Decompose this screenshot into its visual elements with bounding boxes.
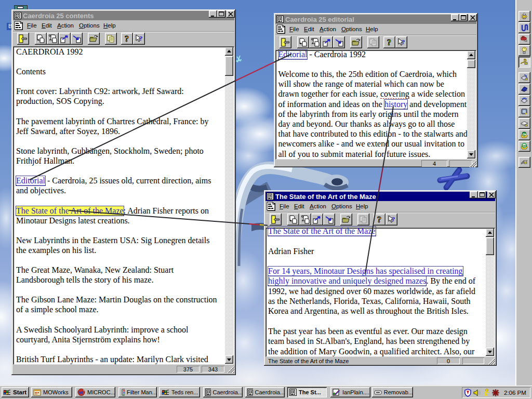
- svg-text:?: ?: [392, 215, 395, 223]
- svg-text:ON: ON: [523, 133, 527, 136]
- svg-text:?: ?: [377, 215, 381, 224]
- svg-text:?: ?: [125, 34, 129, 43]
- svg-text:?: ?: [387, 38, 391, 47]
- svg-text:OFF: OFF: [522, 144, 527, 148]
- svg-text:?: ?: [139, 34, 143, 42]
- svg-text:?: ?: [402, 38, 405, 46]
